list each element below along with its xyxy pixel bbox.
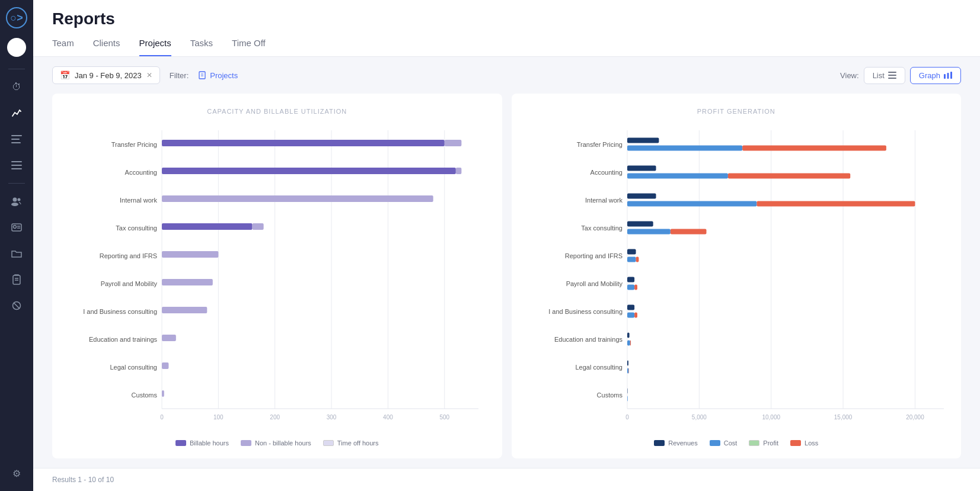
svg-rect-102 [627, 333, 630, 338]
svg-text:20,000: 20,000 [906, 414, 924, 421]
date-range-picker[interactable]: 📅 Jan 9 - Feb 9, 2023 ✕ [52, 66, 160, 84]
svg-text:Customs: Customs [132, 391, 158, 399]
svg-text:Tax consulting: Tax consulting [116, 224, 157, 232]
svg-rect-75 [627, 146, 742, 151]
app-logo[interactable]: ○> [6, 7, 27, 28]
svg-rect-40 [162, 140, 445, 146]
svg-rect-26 [950, 72, 952, 79]
svg-rect-46 [162, 195, 433, 202]
tab-clients[interactable]: Clients [93, 38, 120, 56]
svg-rect-100 [634, 313, 637, 318]
chart-icon[interactable] [6, 102, 27, 124]
svg-text:Internal work: Internal work [585, 197, 623, 204]
svg-rect-49 [253, 223, 264, 230]
page-header: Reports Team Clients Projects Tasks Time… [33, 0, 980, 57]
svg-rect-95 [627, 285, 634, 290]
footer: Results 1 - 10 of 10 [33, 468, 980, 491]
people-icon[interactable] [6, 191, 27, 212]
svg-rect-5 [11, 168, 22, 169]
capacity-legend: Billable hours Non - billable hours Time… [64, 439, 490, 447]
results-text: Results 1 - 10 of 10 [52, 476, 114, 484]
timeoff-legend-label: Time off hours [337, 439, 379, 447]
graph-view-button[interactable]: Graph [910, 67, 961, 84]
svg-rect-23 [888, 78, 896, 79]
timeoff-legend-box [323, 440, 334, 446]
svg-text:Legal consulting: Legal consulting [110, 364, 157, 371]
svg-rect-18 [199, 72, 205, 79]
svg-rect-104 [630, 341, 630, 346]
id-card-icon[interactable] [6, 217, 27, 238]
svg-point-7 [11, 203, 18, 206]
svg-point-10 [14, 226, 17, 229]
svg-text:Customs: Customs [596, 391, 623, 399]
sidebar: ○> ⏱ [0, 0, 33, 491]
profit-chart-container: 05,00010,00015,00020,000Transfer Pricing… [523, 124, 950, 432]
view-label: View: [840, 71, 859, 80]
profit-legend: Revenues Cost Profit Loss [523, 439, 950, 447]
clock-icon[interactable]: ⏱ [6, 76, 27, 98]
clear-date-icon[interactable]: ✕ [146, 71, 152, 79]
filter-value: Projects [210, 71, 238, 80]
loss-legend-box [790, 440, 801, 446]
list-view-button[interactable]: List [864, 67, 905, 84]
svg-rect-111 [627, 396, 628, 402]
svg-text:Payroll and Mobility: Payroll and Mobility [566, 280, 623, 287]
tabs-bar: Team Clients Projects Tasks Time Off [52, 38, 961, 56]
svg-point-8 [18, 198, 21, 201]
svg-rect-103 [627, 341, 630, 346]
svg-rect-84 [756, 201, 915, 207]
svg-text:Tax consulting: Tax consulting [581, 224, 623, 232]
legend-profit: Profit [749, 439, 778, 447]
svg-text:Education and trainings: Education and trainings [554, 336, 623, 343]
graph-view-icon [944, 72, 952, 79]
tab-timeoff[interactable]: Time Off [232, 38, 266, 56]
profit-chart-svg: 05,00010,00015,00020,000Transfer Pricing… [523, 124, 950, 430]
svg-rect-53 [162, 279, 213, 285]
svg-text:Legal consulting: Legal consulting [575, 364, 623, 371]
svg-text:100: 100 [213, 414, 224, 421]
revenues-legend-box [654, 440, 665, 446]
project-filter-icon [198, 71, 206, 79]
profit-chart-title: PROFIT GENERATION [523, 108, 950, 115]
svg-text:Reporting and  IFRS: Reporting and IFRS [100, 252, 157, 259]
clipboard-icon[interactable] [6, 269, 27, 290]
svg-text:I and Business consulting: I and Business consulting [83, 308, 157, 315]
capacity-chart-container: 0100200300400500Transfer PricingAccounti… [64, 124, 490, 432]
main-content: Reports Team Clients Projects Tasks Time… [33, 0, 980, 491]
settings-icon[interactable]: ⚙ [6, 463, 27, 484]
svg-rect-61 [162, 390, 164, 397]
ban-icon[interactable] [6, 295, 27, 316]
page-title: Reports [52, 9, 961, 28]
svg-rect-25 [947, 73, 949, 79]
svg-rect-79 [627, 174, 728, 179]
list-check-icon[interactable] [6, 129, 27, 150]
svg-rect-96 [634, 285, 637, 290]
tab-team[interactable]: Team [52, 38, 74, 56]
revenues-legend-label: Revenues [668, 439, 698, 447]
svg-text:5,000: 5,000 [691, 414, 706, 421]
svg-text:Internal work: Internal work [120, 197, 157, 204]
billable-legend-label: Billable hours [190, 439, 229, 447]
filter-label: Filter: [170, 71, 189, 80]
dashboard-icon[interactable] [6, 155, 27, 176]
svg-rect-92 [636, 257, 639, 262]
legend-timeoff: Time off hours [323, 439, 379, 447]
svg-rect-91 [627, 257, 636, 262]
folder-icon[interactable] [6, 243, 27, 264]
svg-rect-55 [162, 307, 207, 313]
tab-projects[interactable]: Projects [139, 38, 171, 56]
svg-rect-51 [162, 251, 218, 258]
tab-tasks[interactable]: Tasks [190, 38, 213, 56]
svg-text:I and Business consulting: I and Business consulting [548, 308, 623, 315]
filter-projects[interactable]: Projects [198, 71, 238, 80]
svg-rect-76 [742, 146, 886, 151]
svg-text:Transfer Pricing: Transfer Pricing [111, 141, 157, 148]
list-button-label: List [873, 71, 885, 80]
svg-rect-22 [888, 75, 896, 76]
user-avatar[interactable] [7, 38, 26, 57]
profit-legend-box [749, 440, 759, 446]
legend-non-billable: Non - billable hours [241, 439, 311, 447]
capacity-chart-card: CAPACITY AND BILLABLE UTILIZATION 010020… [52, 94, 502, 458]
svg-text:200: 200 [270, 414, 280, 421]
sidebar-divider-1 [8, 69, 25, 69]
